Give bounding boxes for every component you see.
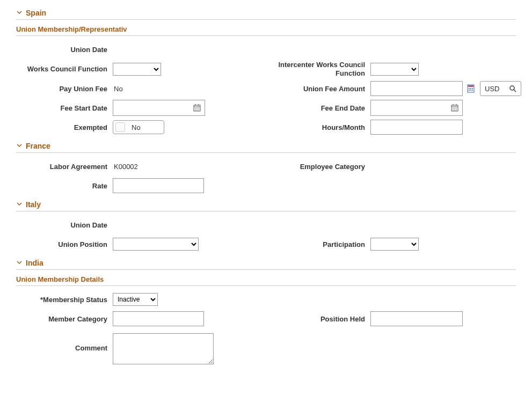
india-subheader: Union Membership Details xyxy=(16,270,516,286)
svg-point-3 xyxy=(470,88,471,89)
calendar-icon[interactable] xyxy=(450,104,459,112)
fee-end-date-input[interactable] xyxy=(371,101,441,115)
pay-union-fee-value: No xyxy=(113,85,123,93)
union-fee-amount-input[interactable] xyxy=(370,81,463,96)
svg-point-8 xyxy=(510,86,514,90)
participation-select[interactable] xyxy=(370,238,419,251)
label-fee-start: Fee Start Date xyxy=(16,104,113,112)
label-member-category: Member Category xyxy=(16,315,113,323)
svg-point-15 xyxy=(196,108,198,109)
membership-status-select[interactable]: Inactive xyxy=(113,293,158,306)
exempted-value: No xyxy=(132,123,141,131)
intercenter-select[interactable] xyxy=(370,63,419,76)
label-employee-category: Employee Category xyxy=(274,163,370,171)
comment-textarea[interactable] xyxy=(113,333,214,364)
svg-point-5 xyxy=(469,90,470,91)
svg-point-7 xyxy=(472,90,473,91)
label-hours-month: Hours/Month xyxy=(274,123,370,131)
calendar-icon[interactable] xyxy=(193,104,201,112)
label-rate: Rate xyxy=(16,182,113,190)
spain-subheader: Union Membership/Representativ xyxy=(16,20,516,36)
section-spain-title: Spain xyxy=(26,9,46,17)
label-participation: Participation xyxy=(274,240,370,248)
currency-lookup[interactable]: USD xyxy=(480,81,521,96)
rate-input[interactable] xyxy=(113,178,204,193)
hours-month-input[interactable] xyxy=(370,120,463,135)
exempted-toggle[interactable]: No xyxy=(113,120,164,134)
fee-end-date-field[interactable] xyxy=(370,100,463,116)
svg-point-18 xyxy=(196,109,198,111)
works-council-select[interactable] xyxy=(113,63,161,76)
label-pay-union-fee: Pay Union Fee xyxy=(16,85,113,93)
fee-start-date-field[interactable] xyxy=(113,100,205,116)
svg-point-27 xyxy=(453,109,454,111)
svg-point-4 xyxy=(472,88,473,89)
search-icon xyxy=(509,85,516,92)
toggle-handle xyxy=(115,122,125,132)
label-union-position: Union Position xyxy=(16,240,113,248)
label-union-fee-amount: Union Fee Amount xyxy=(274,85,370,93)
labor-agreement-value: K00002 xyxy=(113,163,138,171)
currency-value: USD xyxy=(485,85,499,93)
label-exempted: Exempted xyxy=(16,123,113,131)
svg-point-28 xyxy=(454,109,455,111)
svg-point-14 xyxy=(195,108,196,109)
label-labor-agreement: Labor Agreement xyxy=(16,163,113,171)
chevron-down-icon xyxy=(16,200,23,209)
svg-point-16 xyxy=(198,108,199,109)
section-france-title: France xyxy=(26,142,50,150)
chevron-down-icon xyxy=(16,259,23,267)
section-india-title: India xyxy=(26,259,43,267)
svg-point-26 xyxy=(456,108,457,109)
svg-point-24 xyxy=(453,108,454,109)
svg-point-2 xyxy=(469,88,470,89)
label-italy-union-date: Union Date xyxy=(16,221,113,229)
section-india-header[interactable]: India xyxy=(16,255,516,270)
label-comment: Comment xyxy=(16,333,113,352)
label-works-council: Works Council Function xyxy=(16,65,113,74)
label-position-held: Position Held xyxy=(274,315,370,323)
label-membership-status: *Membership Status xyxy=(16,296,113,304)
union-position-select[interactable] xyxy=(113,238,199,251)
svg-line-9 xyxy=(514,90,516,92)
svg-point-19 xyxy=(198,109,199,111)
section-france-header[interactable]: France xyxy=(16,138,516,153)
fee-start-date-input[interactable] xyxy=(113,101,183,115)
svg-rect-1 xyxy=(468,85,473,87)
section-italy-title: Italy xyxy=(26,200,41,209)
position-held-input[interactable] xyxy=(370,311,463,326)
section-spain-header[interactable]: Spain xyxy=(16,5,516,20)
calculator-icon[interactable] xyxy=(467,84,476,93)
svg-point-25 xyxy=(454,108,455,109)
member-category-input[interactable] xyxy=(113,311,204,326)
svg-point-29 xyxy=(456,109,457,111)
svg-point-6 xyxy=(470,90,471,91)
label-union-date: Union Date xyxy=(16,46,113,54)
svg-point-17 xyxy=(195,109,196,111)
label-fee-end: Fee End Date xyxy=(274,104,370,112)
chevron-down-icon xyxy=(16,142,23,150)
section-italy-header[interactable]: Italy xyxy=(16,197,516,211)
chevron-down-icon xyxy=(16,9,23,17)
label-intercenter: Intercenter Works Council Function xyxy=(274,61,370,77)
